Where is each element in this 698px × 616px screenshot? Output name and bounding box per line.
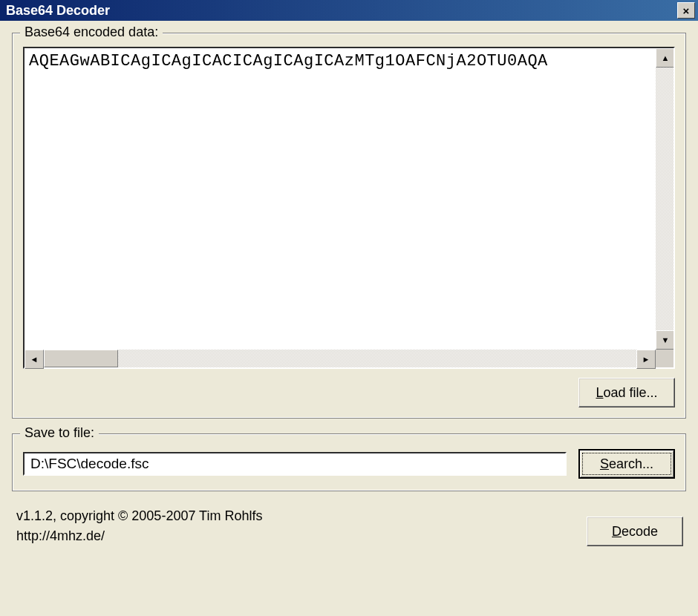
decode-button[interactable]: Decode	[587, 517, 683, 546]
encoded-text-content[interactable]: AQEAGwABICAgICAgICACICAgICAgICAzMTg1OAFC…	[25, 48, 656, 350]
arrow-left-icon: ◄	[30, 355, 39, 364]
vertical-scroll-track[interactable]	[656, 68, 673, 330]
horizontal-scroll-thumb[interactable]	[44, 350, 118, 367]
scroll-up-button[interactable]: ▲	[656, 48, 673, 68]
load-file-button[interactable]: Load file...	[578, 378, 675, 407]
url-text: http://4mhz.de/	[16, 526, 262, 546]
scroll-down-button[interactable]: ▼	[656, 330, 673, 350]
arrow-right-icon: ►	[642, 355, 650, 364]
save-group-label: Save to file:	[20, 425, 99, 441]
horizontal-scrollbar[interactable]: ◄ ►	[25, 350, 673, 367]
encoded-group-label: Base64 encoded data:	[20, 24, 163, 40]
close-button[interactable]: ×	[677, 2, 695, 19]
titlebar[interactable]: Base64 Decoder ×	[0, 0, 698, 21]
save-path-input[interactable]	[23, 452, 567, 476]
arrow-down-icon: ▼	[662, 335, 670, 344]
encoded-textarea[interactable]: AQEAGwABICAgICAgICACICAgICAgICAzMTg1OAFC…	[23, 47, 675, 369]
scroll-left-button[interactable]: ◄	[25, 350, 44, 369]
encoded-group: Base64 encoded data: AQEAGwABICAgICAgICA…	[12, 33, 686, 419]
footer: v1.1.2, copyright © 2005-2007 Tim Rohlfs…	[12, 506, 686, 546]
app-window: Base64 Decoder × Base64 encoded data: AQ…	[0, 0, 698, 616]
client-area: Base64 encoded data: AQEAGwABICAgICAgICA…	[0, 21, 698, 616]
horizontal-scroll-track[interactable]	[44, 350, 636, 367]
search-button[interactable]: Search...	[578, 449, 675, 479]
version-text: v1.1.2, copyright © 2005-2007 Tim Rohlfs	[16, 506, 262, 526]
arrow-up-icon: ▲	[662, 53, 670, 62]
scroll-corner	[656, 350, 673, 367]
save-group: Save to file: Search...	[12, 433, 686, 491]
vertical-scrollbar[interactable]: ▲ ▼	[656, 48, 673, 350]
footer-info: v1.1.2, copyright © 2005-2007 Tim Rohlfs…	[16, 506, 262, 546]
scroll-right-button[interactable]: ►	[636, 350, 656, 369]
close-icon: ×	[683, 5, 690, 16]
window-title: Base64 Decoder	[6, 3, 677, 19]
